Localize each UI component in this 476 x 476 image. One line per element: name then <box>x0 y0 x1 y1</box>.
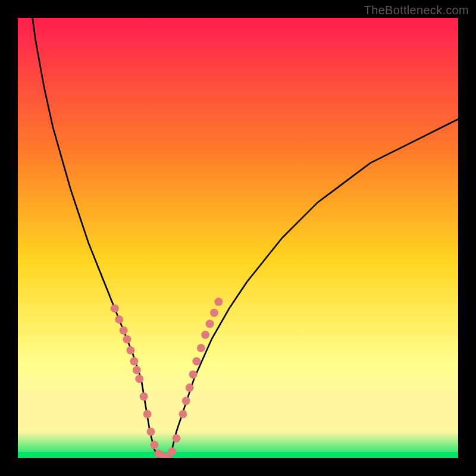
curve-marker <box>143 410 152 418</box>
chart-baseline-strip <box>18 452 458 458</box>
curve-marker <box>147 428 155 436</box>
curve-marker <box>111 304 119 312</box>
curve-marker <box>186 384 194 392</box>
chart-frame: TheBottleneck.com <box>0 0 476 476</box>
chart-svg <box>18 18 458 458</box>
watermark-text: TheBottleneck.com <box>364 4 469 17</box>
curve-marker <box>192 357 201 365</box>
curve-marker <box>130 357 138 365</box>
curve-marker <box>206 320 214 328</box>
chart-plot-area <box>18 18 458 458</box>
curve-marker <box>197 344 205 352</box>
curve-marker <box>140 392 148 400</box>
curve-marker <box>182 397 190 405</box>
curve-marker <box>150 441 158 449</box>
chart-background <box>18 18 458 458</box>
curve-marker <box>172 434 180 443</box>
curve-marker <box>120 326 128 334</box>
curve-marker <box>201 331 209 339</box>
curve-marker <box>135 375 143 383</box>
curve-marker <box>168 447 176 456</box>
curve-marker <box>210 309 218 317</box>
curve-marker <box>133 366 141 374</box>
curve-marker <box>123 335 131 343</box>
curve-marker <box>189 370 198 378</box>
curve-marker <box>179 410 187 418</box>
curve-marker <box>115 315 123 324</box>
curve-marker <box>214 298 223 306</box>
curve-marker <box>126 346 134 355</box>
